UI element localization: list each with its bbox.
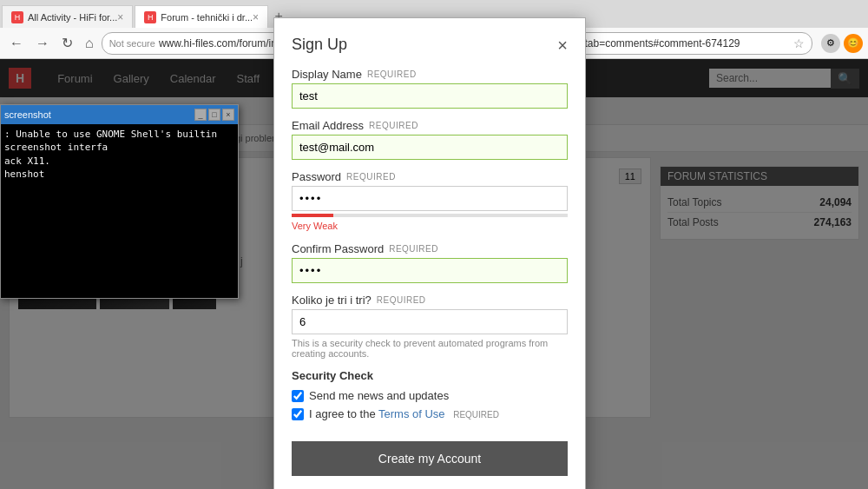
terminal-body: : Unable to use GNOME Shell's builtin sc… <box>1 124 238 298</box>
terminal-buttons: _ □ × <box>194 109 234 121</box>
modal-title: Sign Up <box>292 36 557 54</box>
bookmark-icon[interactable]: ☆ <box>793 36 805 50</box>
password-input[interactable] <box>292 186 568 211</box>
terminal-line-3: henshot <box>4 168 234 181</box>
security-question-input[interactable] <box>292 309 568 334</box>
extension-2[interactable]: 😊 <box>844 34 863 53</box>
home-button[interactable]: ⌂ <box>81 34 98 53</box>
password-strength-fill <box>292 214 333 217</box>
display-name-label: Display Name REQUIRED <box>292 68 568 81</box>
terms-row: I agree to the Terms of Use REQUIRED <box>292 407 568 420</box>
terms-required-badge: REQUIRED <box>453 410 499 420</box>
strength-label: Very Weak <box>292 221 338 231</box>
security-question-label: Koliko je tri i tri? REQUIRED <box>292 294 568 307</box>
newsletter-checkbox[interactable] <box>292 390 304 402</box>
confirm-password-input[interactable] <box>292 258 568 283</box>
email-input[interactable] <box>292 135 568 160</box>
terminal-line-1: : Unable to use GNOME Shell's builtin sc… <box>4 128 234 155</box>
create-account-button[interactable]: Create my Account <box>292 441 568 476</box>
email-group: Email Address REQUIRED <box>292 119 568 160</box>
terms-checkbox[interactable] <box>292 408 304 420</box>
extensions-area: ⚙ 😊 <box>821 34 863 53</box>
tab-2[interactable]: H Forum - tehnički i dr... × <box>135 5 268 28</box>
security-check-section: Security Check Send me news and updates … <box>292 369 568 420</box>
tab-title-2: Forum - tehnički i dr... <box>161 12 253 23</box>
modal-close-button[interactable]: × <box>557 36 568 54</box>
password-required: REQUIRED <box>346 172 396 182</box>
terms-label: I agree to the Terms of Use REQUIRED <box>309 407 499 420</box>
forward-button[interactable]: → <box>31 34 54 53</box>
tab-title-1: All Activity - HiFi for... <box>28 12 117 23</box>
tab-close-2[interactable]: × <box>253 11 259 23</box>
security-question-required: REQUIRED <box>377 295 426 305</box>
display-name-group: Display Name REQUIRED <box>292 68 568 109</box>
confirm-password-required: REQUIRED <box>389 244 438 254</box>
password-label: Password REQUIRED <box>292 170 568 183</box>
security-question-group: Koliko je tri i tri? REQUIRED This is a … <box>292 294 568 359</box>
password-strength-bar <box>292 214 568 217</box>
tab-favicon-2: H <box>144 11 156 23</box>
not-secure-label: Not secure <box>109 38 155 49</box>
terminal-close[interactable]: × <box>222 109 234 121</box>
terminal-minimize[interactable]: _ <box>194 109 207 121</box>
terminal-window: screenshot _ □ × : Unable to use GNOME S… <box>0 104 239 299</box>
tab-1[interactable]: H All Activity - HiFi for... × <box>2 5 133 28</box>
email-required: REQUIRED <box>369 121 418 130</box>
newsletter-label: Send me news and updates <box>309 389 449 402</box>
terminal-titlebar: screenshot _ □ × <box>1 105 238 124</box>
confirm-password-label: Confirm Password REQUIRED <box>292 242 568 255</box>
terminal-maximize[interactable]: □ <box>208 109 220 121</box>
tab-favicon-1: H <box>11 11 23 23</box>
security-hint: This is a security check to prevent auto… <box>292 338 568 359</box>
display-name-required: REQUIRED <box>367 69 417 79</box>
extension-1[interactable]: ⚙ <box>821 34 840 53</box>
terms-of-use-link[interactable]: Terms of Use <box>378 407 445 420</box>
modal-header: Sign Up × <box>292 36 568 54</box>
newsletter-row: Send me news and updates <box>292 389 568 402</box>
refresh-button[interactable]: ↻ <box>57 33 77 53</box>
terminal-line-2: ack X11. <box>4 155 234 168</box>
password-group: Password REQUIRED Very Weak <box>292 170 568 232</box>
confirm-password-group: Confirm Password REQUIRED <box>292 242 568 283</box>
signup-modal: Sign Up × Display Name REQUIRED Email Ad… <box>273 17 586 489</box>
terminal-title: screenshot <box>4 109 194 120</box>
security-check-title: Security Check <box>292 369 568 382</box>
back-button[interactable]: ← <box>5 34 28 53</box>
display-name-input[interactable] <box>292 83 568 109</box>
email-label: Email Address REQUIRED <box>292 119 568 132</box>
tab-close-1[interactable]: × <box>117 11 123 23</box>
